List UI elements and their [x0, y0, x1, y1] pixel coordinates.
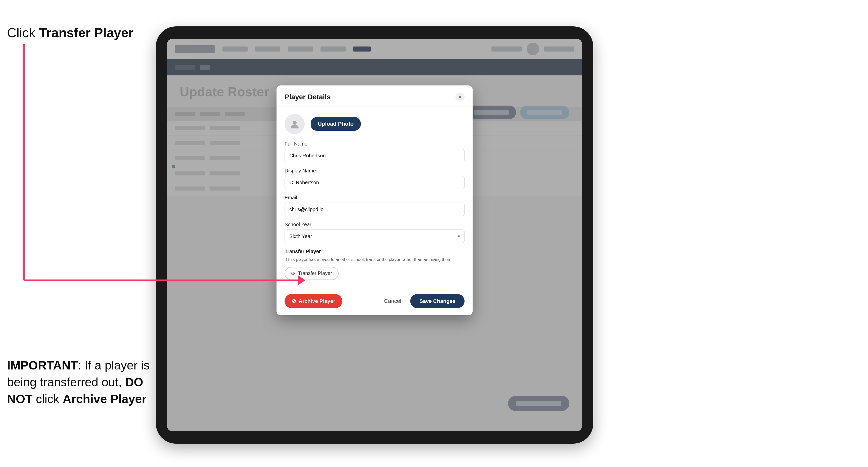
instruction-click-text: click [32, 392, 63, 406]
user-icon [289, 119, 300, 129]
modal-footer: ⊘ Archive Player Cancel Save Changes [277, 289, 473, 315]
display-name-input[interactable] [284, 176, 465, 189]
transfer-player-section: Transfer Player If this player has moved… [284, 249, 465, 280]
instruction-top: Click Transfer Player [7, 25, 133, 40]
instruction-bottom: IMPORTANT: If a player is being transfer… [7, 357, 153, 408]
tablet-device: Update Roster [156, 26, 593, 444]
save-changes-button[interactable]: Save Changes [410, 294, 465, 308]
transfer-player-button[interactable]: ⟳ Transfer Player [284, 267, 339, 280]
school-year-select[interactable]: Sixth Year First Year Second Year Third … [284, 229, 465, 243]
full-name-group: Full Name [284, 141, 465, 162]
modal-header: Player Details × [277, 86, 473, 107]
instruction-highlight: Transfer Player [39, 25, 133, 40]
instruction-archive-text: Archive Player [63, 392, 147, 406]
instruction-prefix: Click [7, 25, 39, 40]
photo-section: Upload Photo [284, 114, 465, 134]
school-year-select-wrapper: Sixth Year First Year Second Year Third … [284, 229, 465, 243]
svg-point-3 [292, 121, 297, 125]
modal-body: Upload Photo Full Name Display Name Emai… [277, 107, 473, 289]
display-name-group: Display Name [284, 168, 465, 189]
full-name-input[interactable] [284, 149, 465, 162]
modal-close-button[interactable]: × [456, 93, 465, 101]
full-name-label: Full Name [284, 141, 465, 147]
instruction-important: IMPORTANT [7, 359, 78, 372]
school-year-group: School Year Sixth Year First Year Second… [284, 222, 465, 243]
upload-photo-button[interactable]: Upload Photo [311, 117, 361, 131]
archive-player-button[interactable]: ⊘ Archive Player [284, 294, 342, 308]
email-label: Email [284, 195, 465, 200]
archive-icon: ⊘ [291, 298, 296, 304]
modal-title: Player Details [284, 93, 331, 101]
email-group: Email [284, 195, 465, 216]
display-name-label: Display Name [284, 168, 465, 174]
cancel-button[interactable]: Cancel [379, 295, 406, 307]
school-year-label: School Year [284, 222, 465, 227]
tablet-screen: Update Roster [167, 39, 582, 431]
photo-placeholder [284, 114, 305, 134]
transfer-player-label: Transfer Player [284, 249, 465, 254]
archive-button-label: Archive Player [299, 298, 335, 304]
email-input[interactable] [284, 203, 465, 216]
transfer-button-label: Transfer Player [298, 271, 332, 276]
transfer-icon: ⟳ [291, 271, 296, 277]
player-details-modal: Player Details × Upload Photo [277, 86, 473, 315]
transfer-player-description: If this player has moved to another scho… [284, 256, 465, 263]
